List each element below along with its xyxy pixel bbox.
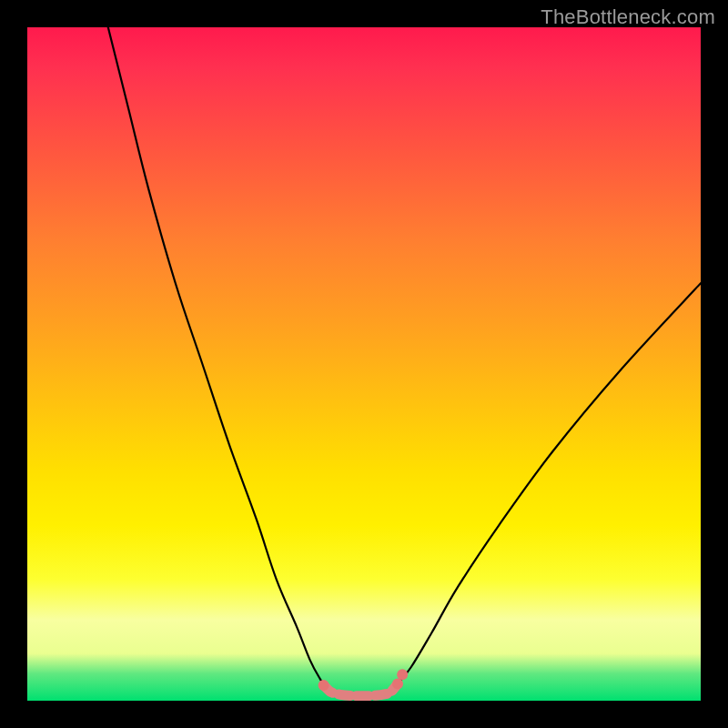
svg-point-0 [318, 680, 329, 691]
watermark-text: TheBottleneck.com [541, 5, 715, 29]
plot-area [27, 27, 701, 701]
left-curve [108, 27, 332, 693]
svg-point-1 [392, 679, 403, 690]
svg-point-2 [397, 669, 408, 680]
chart-frame: TheBottleneck.com [0, 0, 728, 728]
bottleneck-curve [27, 27, 701, 701]
right-curve [390, 283, 701, 693]
pink-band-stroke [324, 684, 398, 696]
